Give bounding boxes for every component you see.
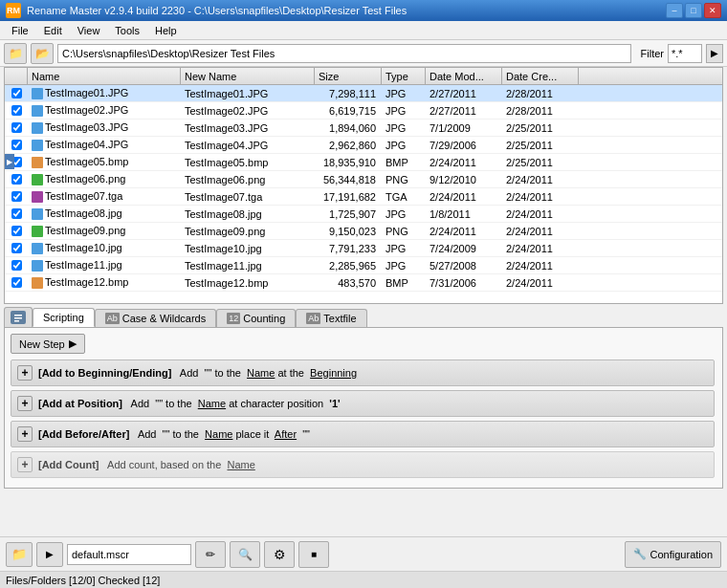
svg-rect-1 bbox=[14, 317, 22, 319]
step-plus-beginning[interactable]: + bbox=[17, 365, 33, 381]
menu-tools[interactable]: Tools bbox=[107, 23, 147, 38]
row-type: JPG bbox=[382, 207, 426, 221]
script-run-button[interactable]: ⚙ bbox=[264, 541, 295, 568]
col-header-size[interactable]: Size bbox=[315, 68, 382, 84]
script-play-button[interactable]: ▶ bbox=[36, 542, 63, 567]
svg-rect-2 bbox=[14, 320, 19, 322]
row-type: PNG bbox=[382, 173, 426, 186]
row-size: 18,935,910 bbox=[315, 156, 382, 169]
row-date-cre: 2/25/2011 bbox=[502, 121, 579, 135]
script-stop-button[interactable]: ■ bbox=[298, 541, 329, 568]
configuration-button[interactable]: 🔧 Configuration bbox=[625, 541, 721, 568]
row-date-mod: 2/27/2011 bbox=[426, 87, 502, 100]
col-header-type[interactable]: Type bbox=[382, 68, 426, 84]
window-title: Rename Master v2.9.4 build 2230 - C:\Use… bbox=[27, 5, 660, 16]
row-date-mod: 2/24/2011 bbox=[426, 190, 502, 204]
row-date-cre: 2/25/2011 bbox=[502, 156, 579, 169]
tabs-bar: Scripting Ab Case & Wildcards 12 Countin… bbox=[4, 307, 723, 328]
file-list-body[interactable]: TestImage01.JPG TestImage01.JPG 7,298,11… bbox=[5, 85, 722, 303]
new-step-label: New Step bbox=[19, 338, 65, 350]
script-name-input[interactable] bbox=[67, 544, 191, 565]
menu-edit[interactable]: Edit bbox=[36, 23, 70, 38]
row-checkbox[interactable] bbox=[5, 242, 28, 254]
step-add-count: + [Add Count] Add count, based on the Na… bbox=[11, 451, 715, 478]
row-checkbox[interactable] bbox=[5, 139, 28, 151]
row-checkbox[interactable] bbox=[5, 276, 28, 289]
table-row[interactable]: TestImage11.jpg TestImage11.jpg 2,285,96… bbox=[5, 257, 722, 274]
menu-help[interactable]: Help bbox=[147, 23, 185, 38]
row-date-cre: 2/24/2011 bbox=[502, 207, 579, 221]
col-header-datemod[interactable]: Date Mod... bbox=[426, 68, 502, 84]
row-checkbox[interactable] bbox=[5, 121, 28, 134]
row-date-mod: 2/24/2011 bbox=[426, 156, 502, 169]
script-folder-button[interactable]: 📁 bbox=[6, 542, 33, 567]
app-icon: RM bbox=[6, 3, 21, 18]
svg-rect-0 bbox=[14, 315, 22, 316]
row-checkbox[interactable] bbox=[5, 190, 28, 203]
step-plus-count[interactable]: + bbox=[17, 457, 33, 472]
table-row[interactable]: TestImage03.JPG TestImage03.JPG 1,894,06… bbox=[5, 120, 722, 137]
row-size: 17,191,682 bbox=[315, 190, 382, 204]
row-checkbox[interactable] bbox=[5, 259, 28, 272]
col-header-datecre[interactable]: Date Cre... bbox=[502, 68, 579, 84]
row-name: TestImage12.bmp bbox=[28, 275, 181, 290]
row-date-mod: 5/27/2008 bbox=[426, 259, 502, 272]
tab-case-wildcards[interactable]: Ab Case & Wildcards bbox=[95, 309, 216, 327]
row-type: BMP bbox=[382, 156, 426, 169]
window-controls: – □ ✕ bbox=[666, 3, 721, 18]
row-type: JPG bbox=[382, 87, 426, 100]
row-name: TestImage07.tga bbox=[28, 189, 181, 204]
maximize-button[interactable]: □ bbox=[685, 3, 702, 18]
row-size: 9,150,023 bbox=[315, 225, 382, 238]
table-row[interactable]: TestImage12.bmp TestImage12.bmp 483,570 … bbox=[5, 274, 722, 292]
menu-view[interactable]: View bbox=[70, 23, 108, 38]
table-row[interactable]: TestImage09.png TestImage09.png 9,150,02… bbox=[5, 223, 722, 240]
path-input[interactable] bbox=[57, 44, 631, 63]
col-header-name[interactable]: Name bbox=[28, 68, 181, 84]
menubar: File Edit View Tools Help bbox=[0, 21, 727, 40]
table-row[interactable]: TestImage07.tga TestImage07.tga 17,191,6… bbox=[5, 188, 722, 206]
table-row[interactable]: TestImage04.JPG TestImage04.JPG 2,962,86… bbox=[5, 137, 722, 154]
folder-button[interactable]: 📂 bbox=[31, 43, 54, 64]
folder-open-button[interactable]: 📁 bbox=[4, 43, 27, 64]
row-date-mod: 7/29/2006 bbox=[426, 139, 502, 152]
side-arrow-button[interactable]: ▶ bbox=[5, 154, 14, 169]
row-checkbox[interactable] bbox=[5, 87, 28, 99]
close-button[interactable]: ✕ bbox=[704, 3, 721, 18]
script-steps-list: + [Add to Beginning/Ending] Add "" to th… bbox=[11, 359, 716, 484]
table-row[interactable]: TestImage08.jpg TestImage08.jpg 1,725,90… bbox=[5, 206, 722, 223]
new-step-button[interactable]: New Step ▶ bbox=[11, 334, 85, 354]
tab-textfile[interactable]: Ab Textfile bbox=[296, 309, 366, 327]
row-date-cre: 2/24/2011 bbox=[502, 276, 579, 290]
row-checkbox[interactable] bbox=[5, 207, 28, 220]
minimize-button[interactable]: – bbox=[666, 3, 683, 18]
tab-counting[interactable]: 12 Counting bbox=[216, 309, 296, 327]
step-plus-position[interactable]: + bbox=[17, 396, 33, 411]
row-checkbox[interactable] bbox=[5, 225, 28, 237]
tabs-section: Scripting Ab Case & Wildcards 12 Countin… bbox=[4, 307, 723, 489]
table-row[interactable]: TestImage06.png TestImage06.png 56,344,8… bbox=[5, 171, 722, 188]
filter-go-button[interactable]: ▶ bbox=[706, 44, 723, 63]
filter-label: Filter bbox=[641, 48, 664, 59]
col-header-newname[interactable]: New Name bbox=[181, 68, 315, 84]
filter-input[interactable] bbox=[668, 44, 702, 63]
row-size: 2,962,860 bbox=[315, 139, 382, 152]
status-text: Files/Folders [12/0] Checked [12] bbox=[6, 575, 160, 586]
step-text-count: [Add Count] Add count, based on the Name bbox=[38, 459, 708, 470]
script-edit-button[interactable]: ✏ bbox=[195, 541, 226, 568]
row-checkbox[interactable] bbox=[5, 104, 28, 117]
table-row[interactable]: TestImage10.jpg TestImage10.jpg 7,791,23… bbox=[5, 240, 722, 257]
row-new-name: TestImage06.png bbox=[181, 173, 315, 186]
step-add-before-after: + [Add Before/After] Add "" to the Name … bbox=[11, 421, 715, 447]
menu-file[interactable]: File bbox=[4, 23, 36, 38]
tab-scripting[interactable]: Scripting bbox=[33, 308, 95, 327]
row-date-mod: 7/24/2009 bbox=[426, 242, 502, 255]
step-add-position: + [Add at Position] Add "" to the Name a… bbox=[11, 390, 715, 417]
table-row[interactable]: TestImage02.JPG TestImage02.JPG 6,619,71… bbox=[5, 102, 722, 120]
row-new-name: TestImage12.bmp bbox=[181, 276, 315, 290]
step-plus-before-after[interactable]: + bbox=[17, 426, 33, 442]
table-row[interactable]: TestImage01.JPG TestImage01.JPG 7,298,11… bbox=[5, 85, 722, 102]
script-search-button[interactable]: 🔍 bbox=[230, 541, 260, 568]
row-checkbox[interactable] bbox=[5, 173, 28, 185]
table-row[interactable]: TestImage05.bmp TestImage05.bmp 18,935,9… bbox=[5, 154, 722, 171]
